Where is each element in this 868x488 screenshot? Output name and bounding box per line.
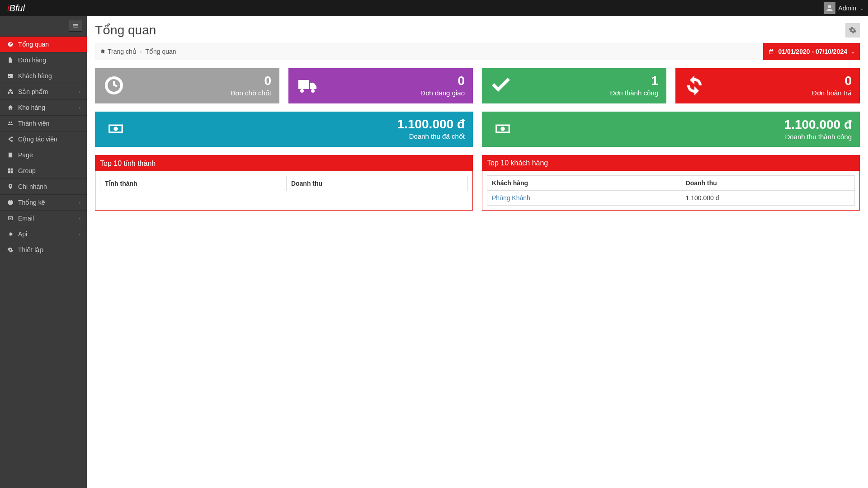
sidebar: Tổng quanĐơn hàngKhách hàngSản phẩm‹Kho … [0, 16, 87, 488]
sidebar-item-label: Group [18, 167, 36, 174]
sidebar-item-email[interactable]: Email‹ [0, 210, 87, 226]
gear-icon [6, 247, 14, 253]
stat-widget[interactable]: 0Đơn hoàn trả [675, 68, 860, 103]
revenue-label: Doanh thu đã chốt [397, 132, 465, 141]
stat-widget[interactable]: 0Đơn chờ chốt [95, 68, 279, 103]
sidebar-item-label: Cộng tác viên [18, 136, 57, 143]
pin-icon [6, 183, 14, 190]
sidebar-item-tổng-quan[interactable]: Tổng quan [0, 36, 87, 52]
date-range-picker[interactable]: 01/01/2020 - 07/10/2024 ⌄ [763, 43, 860, 60]
sidebar-item-thành-viên[interactable]: Thành viên [0, 115, 87, 131]
calendar-icon [769, 49, 774, 55]
panel-title: Top 10 tỉnh thành [95, 155, 472, 171]
sidebar-item-label: Đơn hàng [18, 56, 46, 64]
money-icon [103, 120, 128, 139]
check-icon [490, 75, 512, 98]
revenue-row: 1.100.000 đDoanh thu đã chốt1.100.000 đD… [95, 112, 860, 147]
mail-icon [6, 215, 14, 221]
panels-row: Top 10 tỉnh thành Tỉnh thành Doanh thu T… [95, 155, 860, 211]
breadcrumb-row: Trang chủ › Tổng quan 01/01/2020 - 07/10… [95, 43, 860, 60]
main-content: Tổng quan Trang chủ › Tổng quan 01/01/20… [87, 16, 868, 488]
settings-button[interactable] [845, 23, 860, 38]
provinces-table: Tỉnh thành Doanh thu [100, 176, 468, 191]
col-province: Tỉnh thành [100, 176, 287, 191]
avatar [824, 2, 835, 14]
stat-label: Đơn đang giao [420, 89, 465, 97]
sidebar-item-group[interactable]: Group [0, 163, 87, 178]
sidebar-item-label: Thống kê [18, 199, 45, 206]
sidebar-item-page[interactable]: Page [0, 147, 87, 163]
grid-icon [6, 168, 14, 174]
stat-value: 1 [610, 75, 658, 87]
sidebar-item-chi-nhánh[interactable]: Chi nhánh [0, 178, 87, 194]
chevron-left-icon: ‹ [79, 232, 80, 237]
chevron-down-icon: ⌄ [860, 6, 863, 11]
revenue-widget[interactable]: 1.100.000 đDoanh thu thành công [482, 112, 860, 147]
clock-icon [103, 75, 125, 98]
page-title: Tổng quan [95, 23, 156, 38]
chevron-down-icon: ⌄ [851, 49, 854, 54]
sidebar-item-label: Page [18, 151, 33, 159]
sidebar-item-kho-hàng[interactable]: Kho hàng‹ [0, 99, 87, 115]
sidebar-item-label: Thành viên [18, 120, 49, 127]
truck-icon [297, 75, 318, 98]
stat-label: Đơn chờ chốt [231, 89, 271, 97]
chevron-left-icon: ‹ [79, 105, 80, 110]
revenue-widget[interactable]: 1.100.000 đDoanh thu đã chốt [95, 112, 473, 147]
sidebar-item-thống-kê[interactable]: Thống kê‹ [0, 194, 87, 210]
stat-label: Đơn hoàn trả [812, 89, 852, 97]
sidebar-item-thiết-lập[interactable]: Thiết lập [0, 242, 87, 258]
sidebar-item-label: Tổng quan [18, 41, 49, 48]
chevron-left-icon: ‹ [79, 216, 80, 221]
panel-title: Top 10 khách hàng [482, 155, 859, 171]
doc-icon [6, 152, 14, 158]
revenue-label: Doanh thu thành công [784, 133, 852, 141]
sidebar-item-cộng-tác-viên[interactable]: Cộng tác viên [0, 131, 87, 147]
breadcrumb-home[interactable]: Trang chủ [100, 48, 137, 55]
stat-widgets-row: 0Đơn chờ chốt0Đơn đang giao1Đơn thành cô… [95, 68, 860, 103]
table-row: Phùng Khánh1.100.000 đ [487, 191, 855, 206]
col-revenue: Doanh thu [681, 176, 854, 191]
cog-icon [6, 231, 14, 237]
stat-value: 0 [231, 75, 271, 87]
topbar: iBful Admin ⌄ [0, 0, 868, 16]
sidebar-item-label: Sản phẩm [18, 88, 48, 95]
sidebar-item-đơn-hàng[interactable]: Đơn hàng [0, 52, 87, 68]
stat-widget[interactable]: 1Đơn thành công [482, 68, 666, 103]
sidebar-item-label: Khách hàng [18, 72, 52, 80]
chevron-left-icon: ‹ [79, 89, 80, 94]
sidebar-item-label: Api [18, 230, 27, 238]
sidebar-item-label: Kho hàng [18, 104, 45, 111]
sidebar-item-sản-phẩm[interactable]: Sản phẩm‹ [0, 84, 87, 99]
col-customer: Khách hàng [487, 176, 681, 191]
panel-provinces: Top 10 tỉnh thành Tỉnh thành Doanh thu [95, 155, 473, 211]
home-icon [100, 48, 108, 55]
breadcrumb: Trang chủ › Tổng quan [100, 48, 176, 55]
logo[interactable]: iBful [5, 3, 25, 14]
gear-icon [849, 26, 857, 34]
globe-icon [6, 199, 14, 206]
user-menu[interactable]: Admin ⌄ [824, 2, 863, 14]
sidebar-item-khách-hàng[interactable]: Khách hàng [0, 68, 87, 84]
revenue-value: 1.100.000 đ [397, 118, 465, 131]
customer-link[interactable]: Phùng Khánh [492, 194, 530, 202]
customers-table: Khách hàng Doanh thu Phùng Khánh1.100.00… [487, 175, 855, 206]
users-icon [6, 120, 14, 127]
sidebar-toggle-button[interactable] [69, 20, 82, 32]
share-icon [6, 136, 14, 142]
money-icon [490, 120, 515, 139]
revenue-value: 1.100.000 đ [784, 118, 852, 131]
stat-widget[interactable]: 0Đơn đang giao [288, 68, 473, 103]
file-icon [6, 57, 14, 63]
stat-value: 0 [812, 75, 852, 87]
chevron-left-icon: ‹ [79, 200, 80, 205]
sidebar-item-api[interactable]: Api‹ [0, 226, 87, 242]
refresh-icon [684, 75, 705, 98]
stat-value: 0 [420, 75, 465, 87]
user-name-label: Admin [838, 5, 856, 12]
dashboard-icon [6, 41, 14, 47]
breadcrumb-current: Tổng quan [145, 48, 176, 55]
sidebar-item-label: Email [18, 215, 34, 222]
col-revenue: Doanh thu [286, 176, 467, 191]
breadcrumb-separator: › [140, 49, 142, 54]
